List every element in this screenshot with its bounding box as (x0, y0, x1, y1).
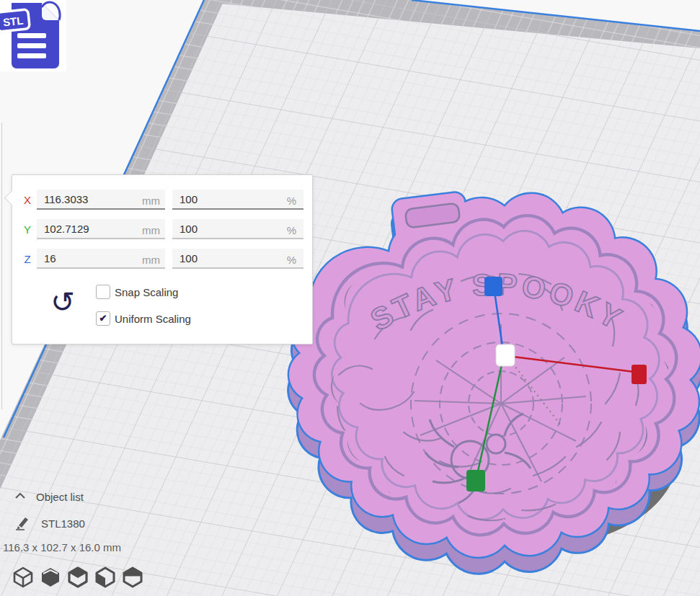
scale-handle-y[interactable] (466, 470, 485, 492)
scale-tool-panel: X mm % Y mm % Z mm % ↺ Snap Scaling ✔ Un… (12, 174, 313, 344)
uniform-scaling-checkbox[interactable]: ✔ (96, 311, 110, 326)
y-size-input[interactable] (37, 219, 165, 239)
cube-top-icon (67, 566, 89, 588)
y-percent-input[interactable] (172, 219, 304, 239)
uniform-scaling-label: Uniform Scaling (115, 313, 191, 325)
view-front-button[interactable] (40, 566, 61, 588)
snap-scaling-checkbox[interactable] (96, 285, 110, 299)
x-size-input[interactable] (37, 190, 165, 210)
scale-handle-z[interactable] (484, 277, 502, 296)
svg-text:STL: STL (2, 14, 24, 29)
view-right-button[interactable] (122, 566, 143, 588)
pencil-icon[interactable] (14, 516, 30, 530)
toolbar-divider (1, 123, 2, 409)
x-axis-label: X (19, 194, 35, 206)
scale-row-x: X mm % (12, 190, 312, 211)
stl-file-icon[interactable]: STL (0, 0, 66, 71)
camera-view-toolbar (12, 566, 143, 589)
cube-front-icon (40, 566, 61, 588)
view-top-button[interactable] (67, 566, 89, 588)
model-dimensions: 116.3 x 102.7 x 16.0 mm (3, 541, 121, 553)
object-list-title: Object list (36, 491, 84, 503)
scale-row-y: Y mm % (12, 219, 312, 241)
cube-wireframe-icon (12, 566, 34, 588)
x-percent-input[interactable] (172, 190, 304, 210)
snap-scaling-label: Snap Scaling (115, 286, 178, 298)
scale-handle-x[interactable] (632, 365, 647, 384)
stl-badge: STL (0, 9, 30, 32)
z-axis-label: Z (19, 253, 35, 265)
object-name: STL1380 (41, 517, 85, 530)
y-axis-label: Y (19, 223, 35, 236)
z-size-input[interactable] (37, 249, 165, 269)
chevron-up-icon[interactable] (14, 492, 26, 499)
view-left-button[interactable] (94, 566, 116, 588)
cube-right-icon (122, 566, 143, 588)
cube-left-icon (94, 566, 116, 588)
scale-handle-center[interactable] (496, 344, 515, 366)
view-3d-button[interactable] (12, 566, 34, 588)
z-percent-input[interactable] (172, 249, 304, 269)
reset-scale-button[interactable]: ↺ (47, 283, 79, 321)
scale-row-z: Z mm % (12, 249, 312, 270)
